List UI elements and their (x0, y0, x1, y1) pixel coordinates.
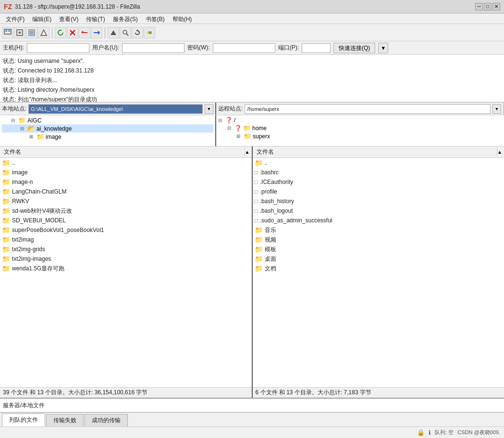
list-item[interactable]: □.profile (253, 187, 504, 196)
remote-path-input[interactable] (245, 104, 491, 114)
local-file-list-section: 文件名 ▲ 📁..📁image📁image-n📁LangChain-ChatGL… (0, 146, 253, 398)
tab-success[interactable]: 成功的传输 (85, 414, 128, 426)
list-item[interactable]: 📁image-n (0, 177, 252, 187)
list-item[interactable]: 📁sd-web秋叶V4驱动云改 (0, 206, 252, 216)
toolbar (0, 24, 504, 41)
remote-file-list: 📁..□.bashrc□.ICEauthority□.profile□.bash… (253, 158, 504, 387)
minimize-button[interactable]: ─ (475, 3, 483, 11)
list-item[interactable]: 📁SD_WEBUI_MODEL (0, 216, 252, 225)
tb-btn3[interactable] (26, 27, 37, 38)
connect-dropdown[interactable]: ▼ (378, 43, 388, 53)
local-site-label: 本地站点: (2, 105, 26, 113)
list-item[interactable]: □.bash_history (253, 196, 504, 206)
tree-node-home[interactable]: ⊟ ❓ 📁 home (218, 124, 502, 132)
svg-rect-1 (5, 30, 7, 32)
file-name-label: 模板 (265, 245, 503, 254)
tab-queued[interactable]: 列队的文件 (2, 414, 45, 426)
list-item[interactable]: 📁image (0, 168, 252, 177)
list-item[interactable]: 📁RWKV (0, 196, 252, 206)
tree-node-ai-knowledge[interactable]: ⊟ 📂 ai_knowledge (2, 124, 213, 133)
menu-bookmarks[interactable]: 书签(B) (142, 14, 169, 23)
list-item[interactable]: 📁LangChain-ChatGLM (0, 187, 252, 196)
list-item[interactable]: 📁模板 (253, 244, 504, 254)
remote-file-list-header[interactable]: 文件名 ▲ (253, 146, 504, 158)
status-line-3: 状态: 读取目录列表... (3, 75, 501, 85)
menu-view[interactable]: 查看(V) (55, 14, 82, 23)
file-name-label: LangChain-ChatGLM (12, 188, 250, 195)
list-item[interactable]: 📁文档 (253, 264, 504, 273)
folder-icon-aigc: 📁 (18, 117, 26, 124)
file-name-label: 桌面 (265, 255, 503, 263)
svg-marker-19 (136, 29, 139, 31)
brand-text: CSDN @夜晓009. (457, 429, 500, 436)
list-item[interactable]: 📁superPoseBookVol1_poseBookVol1 (0, 225, 252, 235)
main-pane: 本地站点: ▼ 远程站点: ▼ ⊟ 📁 AIGC ⊟ 📂 (0, 103, 504, 398)
list-item[interactable]: □.bash_logout (253, 206, 504, 216)
question-icon-root: ❓ (225, 117, 233, 123)
host-input[interactable] (27, 43, 89, 53)
tb-queue-up[interactable] (108, 27, 119, 38)
expander-superx: ⊞ (236, 134, 242, 139)
close-button[interactable]: ✕ (492, 3, 500, 11)
remote-path-dropdown[interactable]: ▼ (492, 104, 501, 114)
file-name-label: .. (265, 159, 503, 166)
connect-button[interactable]: 快速连接(Q) (333, 43, 375, 53)
menu-server[interactable]: 服务器(S) (109, 14, 142, 23)
remote-file-list-section: 文件名 ▲ 📁..□.bashrc□.ICEauthority□.profile… (253, 146, 504, 398)
file-name-label: txt2img-grids (12, 246, 250, 253)
file-icon: □ (255, 179, 258, 185)
menu-edit[interactable]: 编辑(E) (28, 14, 55, 23)
remote-tree: ⊟ ❓ / ⊟ ❓ 📁 home ⊞ 📁 superx (216, 115, 504, 146)
tb-search[interactable] (120, 27, 131, 38)
tb-refresh[interactable] (55, 27, 66, 38)
tree-node-aigc[interactable]: ⊟ 📁 AIGC (2, 116, 213, 124)
folder-icon: 📁 (255, 236, 263, 243)
tb-btn2[interactable] (14, 27, 25, 38)
list-item[interactable]: 📁音乐 (253, 225, 504, 235)
tree-node-superx[interactable]: ⊞ 📁 superx (218, 132, 502, 140)
pass-input[interactable] (213, 43, 275, 53)
title-bar: FZ 31.128 - sftp://superx@192.168.31.128… (0, 0, 504, 13)
port-input[interactable] (302, 43, 331, 53)
local-path-input[interactable] (28, 104, 203, 114)
tab-failed[interactable]: 传输失败 (46, 414, 84, 426)
tb-site-manager[interactable] (2, 27, 13, 38)
tb-btn4[interactable] (38, 27, 49, 38)
menu-file[interactable]: 文件(F) (2, 14, 28, 23)
menu-help[interactable]: 帮助(H) (169, 14, 196, 23)
tree-label-aigc: AIGC (27, 117, 41, 124)
list-item[interactable]: 📁txt2imag (0, 235, 252, 244)
folder-icon: 📁 (2, 255, 10, 263)
tb-refresh2[interactable] (132, 27, 143, 38)
expander-home: ⊟ (227, 125, 233, 131)
list-item[interactable]: 📁.. (0, 158, 252, 168)
folder-icon: 📁 (2, 178, 10, 186)
list-item[interactable]: 📁wenda1.5G显存可跑 (0, 264, 252, 273)
local-file-list: 📁..📁image📁image-n📁LangChain-ChatGLM📁RWKV… (0, 158, 252, 387)
list-item[interactable]: 📁txt2img-grids (0, 244, 252, 254)
status-bar: 🔒 ℹ 队列: 空 CSDN @夜晓009. (0, 426, 504, 438)
tb-reconnect[interactable] (91, 27, 102, 38)
list-item[interactable]: 📁视频 (253, 235, 504, 244)
tree-node-image[interactable]: ⊞ 📁 image (2, 133, 213, 141)
svg-point-17 (123, 30, 127, 34)
list-item[interactable]: 📁txt2img-images (0, 254, 252, 264)
tb-cancel[interactable] (67, 27, 78, 38)
file-name-label: sd-web秋叶V4驱动云改 (12, 207, 250, 215)
local-file-list-header[interactable]: 文件名 ▲ (0, 146, 252, 158)
list-item[interactable]: □.sudo_as_admin_successful (253, 216, 504, 225)
maximize-button[interactable]: □ (484, 3, 492, 11)
user-input[interactable] (122, 43, 184, 53)
tree-label-image: image (46, 134, 61, 140)
tb-disconnect[interactable] (79, 27, 90, 38)
list-item[interactable]: □.ICEauthority (253, 177, 504, 187)
svg-marker-16 (111, 30, 116, 35)
list-item[interactable]: 📁桌面 (253, 254, 504, 264)
local-path-dropdown[interactable]: ▼ (205, 104, 213, 114)
list-item[interactable]: □.bashrc (253, 168, 504, 177)
tree-node-root[interactable]: ⊟ ❓ / (218, 116, 502, 124)
tb-compare[interactable] (144, 27, 155, 38)
file-name-label: .bashrc (260, 169, 502, 176)
list-item[interactable]: 📁.. (253, 158, 504, 168)
menu-transfer[interactable]: 传输(T) (82, 14, 109, 23)
